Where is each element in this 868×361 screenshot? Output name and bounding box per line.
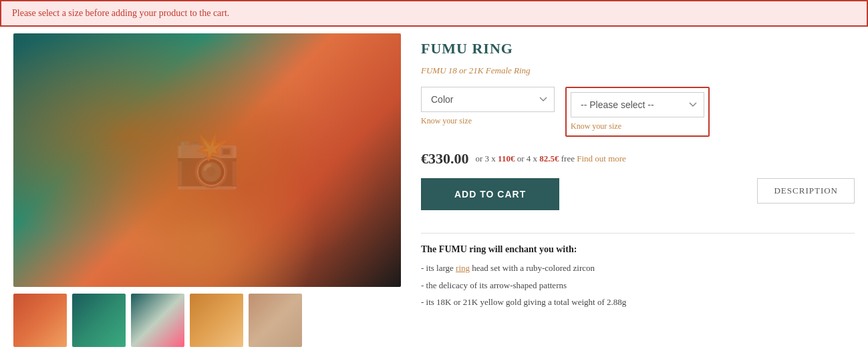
product-price: €330.00 — [421, 150, 469, 167]
size-dropdown[interactable]: -- Please select -- — [571, 92, 704, 117]
installment-free-label: free — [561, 153, 575, 163]
product-subtitle: FUMU 18 or 21K Female Ring — [421, 65, 855, 76]
price-row: €330.00 or 3 x 110€ or 4 x 82.5€ free Fi… — [421, 150, 855, 167]
thumbnail-item[interactable] — [131, 294, 184, 347]
installment-text-2: or 4 x — [517, 153, 537, 163]
right-panel: FUMU RING FUMU 18 or 21K Female Ring Col… — [421, 33, 855, 347]
size-selector-group: -- Please select -- Know your size — [565, 87, 710, 137]
find-more-link[interactable]: Find out more — [577, 153, 626, 163]
color-selector-group: Color Know your size — [421, 87, 555, 137]
description-item-1: - its large ring head set with a ruby-co… — [421, 262, 855, 275]
installment-info: or 3 x 110€ or 4 x 82.5€ free Find out m… — [476, 153, 626, 164]
product-title: FUMU RING — [421, 40, 855, 57]
thumbnail-list — [13, 294, 401, 347]
description-tab[interactable]: DESCRIPTION — [757, 178, 855, 204]
installment-amount-2: 82.5€ — [539, 153, 559, 163]
ring-link[interactable]: ring — [456, 263, 470, 273]
know-size-link-size[interactable]: Know your size — [571, 121, 704, 131]
left-panel — [13, 33, 401, 347]
main-content: FUMU RING FUMU 18 or 21K Female Ring Col… — [0, 27, 868, 354]
description-item-2: - the delicacy of its arrow-shaped patte… — [421, 279, 855, 292]
description-heading: The FUMU ring will enchant you with: — [421, 244, 855, 255]
divider — [421, 233, 855, 234]
product-main-image — [13, 33, 401, 287]
thumbnail-item[interactable] — [249, 294, 302, 347]
thumbnail-item[interactable] — [72, 294, 126, 347]
description-content: The FUMU ring will enchant you with: - i… — [421, 226, 855, 309]
thumbnail-item[interactable] — [13, 294, 67, 347]
description-list: - its large ring head set with a ruby-co… — [421, 262, 855, 309]
know-size-link-color[interactable]: Know your size — [421, 116, 555, 126]
selectors-row: Color Know your size -- Please select --… — [421, 87, 855, 137]
description-item-3: - its 18K or 21K yellow gold giving a to… — [421, 296, 855, 309]
error-banner: Please select a size before adding your … — [0, 0, 868, 27]
installment-text-1: or 3 x — [476, 153, 496, 163]
color-dropdown[interactable]: Color — [421, 87, 555, 112]
add-to-cart-button[interactable]: ADD TO CART — [421, 178, 559, 210]
thumbnail-item[interactable] — [190, 294, 243, 347]
installment-amount-1: 110€ — [498, 153, 515, 163]
error-message: Please select a size before adding your … — [12, 8, 229, 19]
